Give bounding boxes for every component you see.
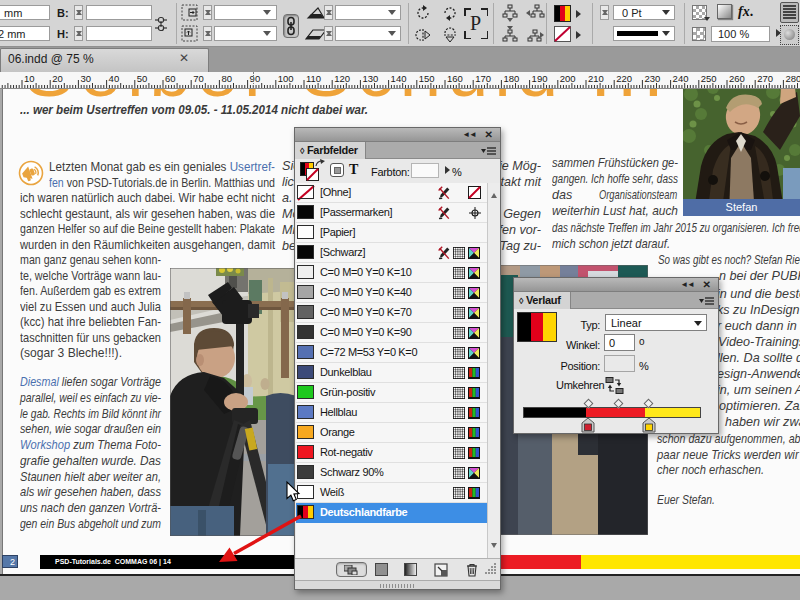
svg-text:190: 190: [532, 73, 548, 84]
svg-text:130: 130: [362, 73, 378, 84]
svg-text:270: 270: [757, 73, 773, 84]
svg-text:200: 200: [560, 73, 576, 84]
svg-text:90: 90: [250, 73, 261, 84]
svg-text:100: 100: [278, 73, 294, 84]
svg-text:140: 140: [391, 73, 407, 84]
svg-text:110: 110: [306, 73, 321, 84]
svg-text:150: 150: [419, 73, 435, 84]
svg-text:280: 280: [785, 73, 800, 84]
svg-text:80: 80: [221, 73, 232, 84]
svg-text:230: 230: [644, 73, 660, 84]
svg-text:160: 160: [447, 73, 463, 84]
svg-text:10: 10: [24, 73, 35, 84]
svg-text:260: 260: [729, 73, 745, 84]
svg-text:40: 40: [109, 73, 120, 84]
svg-text:50: 50: [137, 73, 148, 84]
svg-text:170: 170: [475, 73, 491, 84]
svg-text:180: 180: [503, 73, 519, 84]
svg-text:220: 220: [616, 73, 632, 84]
svg-text:240: 240: [673, 73, 689, 84]
svg-text:60: 60: [165, 73, 176, 84]
svg-text:20: 20: [52, 73, 63, 84]
svg-text:250: 250: [701, 73, 717, 84]
svg-text:30: 30: [80, 73, 91, 84]
svg-text:70: 70: [193, 73, 204, 84]
svg-text:120: 120: [334, 73, 350, 84]
svg-text:210: 210: [588, 73, 604, 84]
